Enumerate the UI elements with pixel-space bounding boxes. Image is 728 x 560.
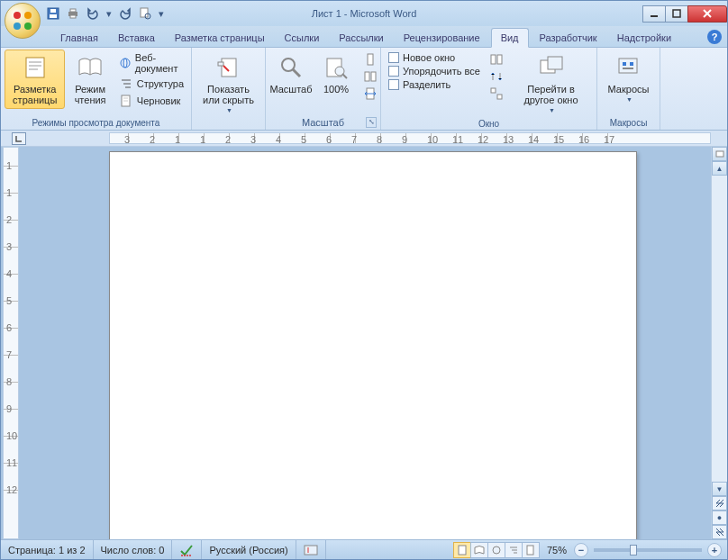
group-window: Новое окно Упорядочить все Разделить Пер… — [381, 48, 597, 130]
view-side-by-side-button[interactable] — [486, 51, 507, 68]
print-layout-small-icon — [457, 545, 468, 555]
show-hide-label: Показать или скрыть — [200, 84, 257, 105]
split-button[interactable]: Разделить — [385, 78, 484, 91]
web-layout-label: Веб-документ — [135, 52, 184, 74]
svg-point-31 — [282, 59, 295, 71]
tab-layout[interactable]: Разметка страницы — [166, 29, 274, 47]
view-draft-button[interactable] — [522, 542, 540, 558]
draft-button[interactable]: Черновик — [115, 93, 187, 109]
undo-dropdown-icon[interactable]: ▾ — [105, 6, 113, 21]
group-document-views: Разметка страницы Режим чтения Веб-докум… — [1, 48, 192, 130]
status-insert-mode[interactable] — [296, 540, 326, 559]
maximize-button[interactable] — [665, 5, 688, 23]
svg-rect-49 — [630, 62, 633, 66]
svg-rect-5 — [50, 14, 57, 18]
one-page-icon — [363, 52, 378, 67]
svg-rect-19 — [29, 68, 38, 70]
page-width-button[interactable] — [359, 86, 381, 102]
zoom-out-button[interactable]: − — [574, 543, 588, 557]
reading-layout-button[interactable]: Режим чтения — [67, 50, 113, 109]
zoom-launcher-icon[interactable]: ⤡ — [366, 117, 377, 128]
undo-icon[interactable] — [86, 6, 100, 21]
switch-windows-button[interactable]: Перейти в другое окно ▼ — [509, 50, 593, 117]
zoom-slider[interactable] — [594, 548, 702, 552]
show-hide-button[interactable]: Показать или скрыть ▼ — [196, 50, 261, 117]
print-icon[interactable] — [66, 6, 80, 21]
svg-rect-9 — [70, 15, 76, 18]
outline-icon — [119, 77, 133, 91]
outline-button[interactable]: Структура — [115, 76, 187, 92]
window-title: Лист 1 - Microsoft Word — [312, 8, 417, 19]
document-page[interactable] — [109, 151, 637, 539]
svg-rect-10 — [141, 8, 148, 17]
save-icon[interactable] — [46, 6, 60, 21]
print-preview-icon[interactable] — [138, 6, 152, 21]
two-pages-button[interactable] — [359, 68, 381, 85]
qat-customize-icon[interactable]: ▾ — [158, 6, 165, 21]
document-viewport[interactable] — [19, 147, 711, 539]
tab-review[interactable]: Рецензирование — [395, 29, 489, 47]
office-button[interactable] — [5, 3, 41, 39]
sync-scroll-button[interactable] — [486, 68, 507, 85]
svg-rect-60 — [527, 546, 533, 555]
arrange-all-label: Упорядочить все — [403, 66, 480, 77]
ribbon: Разметка страницы Режим чтения Веб-докум… — [1, 48, 727, 131]
view-print-layout-button[interactable] — [453, 542, 471, 558]
svg-rect-41 — [491, 55, 496, 64]
macros-button[interactable]: Макросы ▼ — [604, 50, 654, 106]
new-window-button[interactable]: Новое окно — [385, 51, 484, 64]
scroll-track[interactable] — [712, 176, 727, 482]
status-page[interactable]: Страница: 1 из 2 — [1, 540, 94, 559]
one-page-button[interactable] — [359, 51, 381, 68]
help-icon[interactable]: ? — [707, 30, 722, 44]
scroll-up-button[interactable]: ▲ — [712, 161, 727, 176]
tab-view[interactable]: Вид — [491, 28, 529, 48]
tab-developer[interactable]: Разработчик — [531, 29, 606, 47]
svg-rect-44 — [497, 95, 502, 99]
group-show-hide: Показать или скрыть ▼ — [192, 48, 266, 130]
svg-rect-13 — [673, 10, 680, 17]
svg-rect-18 — [29, 65, 41, 67]
web-layout-button[interactable]: Веб-документ — [115, 51, 187, 75]
macros-label: Макросы — [608, 84, 650, 95]
svg-rect-17 — [29, 61, 41, 63]
print-layout-icon — [21, 53, 50, 82]
view-web-button[interactable] — [487, 542, 505, 558]
tab-addins[interactable]: Надстройки — [608, 29, 680, 47]
tab-insert[interactable]: Вставка — [109, 29, 164, 47]
browse-object-button[interactable]: ● — [712, 510, 727, 525]
zoom-in-button[interactable]: + — [707, 543, 722, 557]
print-layout-button[interactable]: Разметка страницы — [5, 50, 65, 109]
redo-icon[interactable] — [118, 6, 132, 21]
chevron-down-icon: ▼ — [226, 107, 232, 113]
vertical-ruler[interactable]: 1123456789101112 — [3, 147, 19, 539]
zoom-button[interactable]: Масштаб — [269, 50, 313, 98]
ruler-toggle-button[interactable] — [712, 147, 727, 161]
next-page-button[interactable] — [712, 525, 727, 539]
svg-line-35 — [342, 74, 347, 78]
proofing-icon — [179, 544, 194, 556]
tab-mailings[interactable]: Рассылки — [330, 29, 392, 47]
zoom-level[interactable]: 75% — [540, 540, 574, 559]
view-outline-button[interactable] — [505, 542, 523, 558]
prev-page-button[interactable] — [712, 496, 727, 510]
svg-rect-43 — [491, 88, 496, 93]
arrange-all-button[interactable]: Упорядочить все — [385, 65, 484, 77]
tab-references[interactable]: Ссылки — [276, 29, 329, 47]
status-language[interactable]: Русский (Россия) — [202, 540, 296, 559]
tab-home[interactable]: Главная — [51, 29, 107, 47]
status-words[interactable]: Число слов: 0 — [94, 540, 173, 559]
outline-small-icon — [508, 545, 519, 555]
title-bar: ▾ ▾ Лист 1 - Microsoft Word — [1, 1, 727, 26]
web-layout-icon — [119, 56, 132, 70]
status-proofing[interactable] — [172, 540, 202, 559]
reset-position-button[interactable] — [486, 86, 507, 102]
view-reading-button[interactable] — [470, 542, 488, 558]
tab-selector[interactable] — [1, 131, 37, 146]
close-button[interactable] — [687, 5, 727, 23]
zoom-100-button[interactable]: 100% — [314, 50, 358, 98]
horizontal-ruler[interactable]: 3211234567891011121314151617 — [109, 132, 711, 144]
minimize-button[interactable] — [642, 5, 666, 23]
zoom-slider-thumb[interactable] — [630, 545, 637, 555]
scroll-down-button[interactable]: ▼ — [712, 482, 727, 496]
